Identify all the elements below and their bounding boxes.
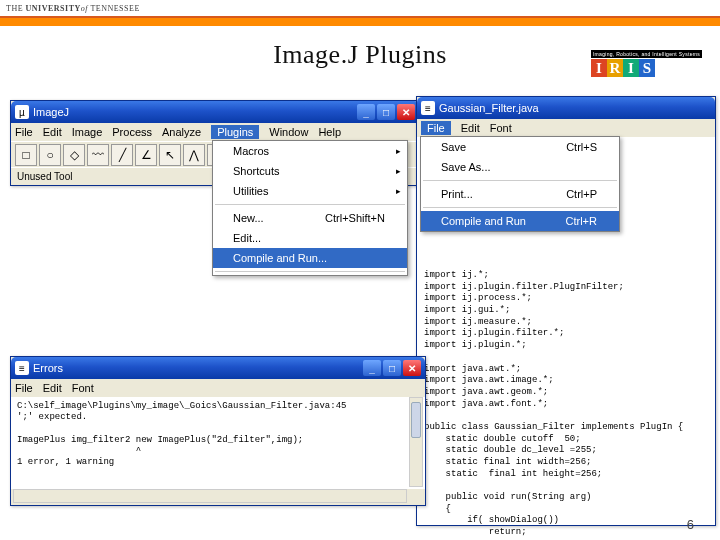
iris-letter: I bbox=[623, 59, 639, 77]
close-button[interactable]: ✕ bbox=[403, 360, 421, 376]
tool-freehand[interactable]: 〰 bbox=[87, 144, 109, 166]
menubar: File Edit Font bbox=[417, 119, 715, 137]
titlebar[interactable]: ≡ Errors _ □ ✕ bbox=[11, 357, 425, 379]
menu-item-new[interactable]: New...Ctrl+Shift+N bbox=[213, 208, 407, 228]
window-title: Errors bbox=[33, 362, 363, 374]
menu-plugins[interactable]: Plugins bbox=[211, 125, 259, 139]
menu-font[interactable]: Font bbox=[72, 382, 94, 394]
close-button[interactable]: ✕ bbox=[397, 104, 415, 120]
menu-edit[interactable]: Edit bbox=[43, 126, 62, 138]
window-title: Gaussian_Filter.java bbox=[439, 102, 711, 114]
window-title: ImageJ bbox=[33, 106, 357, 118]
menu-window[interactable]: Window bbox=[269, 126, 308, 138]
tool-line[interactable]: ╱ bbox=[111, 144, 133, 166]
menu-item-macros[interactable]: Macros bbox=[213, 141, 407, 161]
menu-edit[interactable]: Edit bbox=[43, 382, 62, 394]
tool-point[interactable]: ↖ bbox=[159, 144, 181, 166]
horizontal-scrollbar[interactable] bbox=[13, 489, 407, 503]
menu-item-shortcuts[interactable]: Shortcuts bbox=[213, 161, 407, 181]
titlebar[interactable]: µ ImageJ _ □ ✕ bbox=[11, 101, 419, 123]
menu-file[interactable]: File bbox=[15, 126, 33, 138]
menu-item-compile-run[interactable]: Compile and Run... bbox=[213, 248, 407, 268]
maximize-button[interactable]: □ bbox=[377, 104, 395, 120]
menu-font[interactable]: Font bbox=[490, 122, 512, 134]
app-icon: µ bbox=[15, 105, 29, 119]
iris-logo: Imaging, Robotics, and Intelligent Syste… bbox=[591, 50, 702, 77]
menu-edit[interactable]: Edit bbox=[461, 122, 480, 134]
menu-item-compile-run[interactable]: Compile and RunCtrl+R bbox=[421, 211, 619, 231]
minimize-button[interactable]: _ bbox=[363, 360, 381, 376]
file-icon: ≡ bbox=[421, 101, 435, 115]
menu-item-save-as[interactable]: Save As... bbox=[421, 157, 619, 177]
iris-letter: R bbox=[607, 59, 623, 77]
menu-separator bbox=[423, 207, 617, 208]
menu-item-utilities[interactable]: Utilities bbox=[213, 181, 407, 201]
errors-text[interactable]: C:\self_image\Plugins\my_image\_Goics\Ga… bbox=[11, 397, 425, 489]
file-icon: ≡ bbox=[15, 361, 29, 375]
menu-help[interactable]: Help bbox=[318, 126, 341, 138]
menu-analyze[interactable]: Analyze bbox=[162, 126, 201, 138]
menu-file[interactable]: File bbox=[15, 382, 33, 394]
vertical-scrollbar[interactable] bbox=[409, 397, 423, 487]
menu-item-print[interactable]: Print...Ctrl+P bbox=[421, 184, 619, 204]
tool-angle[interactable]: ∠ bbox=[135, 144, 157, 166]
tool-oval[interactable]: ○ bbox=[39, 144, 61, 166]
menu-separator bbox=[423, 180, 617, 181]
iris-letter: I bbox=[591, 59, 607, 77]
iris-letter: S bbox=[639, 59, 655, 77]
orange-divider bbox=[0, 18, 720, 26]
errors-window: ≡ Errors _ □ ✕ File Edit Font C:\self_im… bbox=[10, 356, 426, 506]
scrollbar-thumb[interactable] bbox=[411, 402, 421, 438]
menu-image[interactable]: Image bbox=[72, 126, 103, 138]
menubar: File Edit Image Process Analyze Plugins … bbox=[11, 123, 419, 141]
maximize-button[interactable]: □ bbox=[383, 360, 401, 376]
titlebar[interactable]: ≡ Gaussian_Filter.java bbox=[417, 97, 715, 119]
menu-item-save[interactable]: SaveCtrl+S bbox=[421, 137, 619, 157]
tool-rect[interactable]: □ bbox=[15, 144, 37, 166]
editor-file-menu: SaveCtrl+S Save As... Print...Ctrl+P Com… bbox=[420, 136, 620, 232]
minimize-button[interactable]: _ bbox=[357, 104, 375, 120]
page-number: 6 bbox=[687, 517, 694, 532]
menu-separator bbox=[215, 271, 405, 272]
editor-code-text: import ij.*; import ij.plugin.filter.Plu… bbox=[424, 270, 714, 539]
menu-file[interactable]: File bbox=[421, 121, 451, 135]
plugins-menu: Macros Shortcuts Utilities New...Ctrl+Sh… bbox=[212, 140, 408, 276]
menubar: File Edit Font bbox=[11, 379, 425, 397]
status-text: Unused Tool bbox=[17, 171, 72, 182]
menu-separator bbox=[215, 204, 405, 205]
tool-polygon[interactable]: ◇ bbox=[63, 144, 85, 166]
menu-item-edit[interactable]: Edit... bbox=[213, 228, 407, 248]
university-label: THE UNIVERSITYof TENNESSEE bbox=[6, 4, 140, 13]
iris-tagline: Imaging, Robotics, and Intelligent Syste… bbox=[591, 50, 702, 58]
menu-process[interactable]: Process bbox=[112, 126, 152, 138]
tool-wand[interactable]: ⋀ bbox=[183, 144, 205, 166]
university-header: THE UNIVERSITYof TENNESSEE bbox=[0, 0, 720, 18]
